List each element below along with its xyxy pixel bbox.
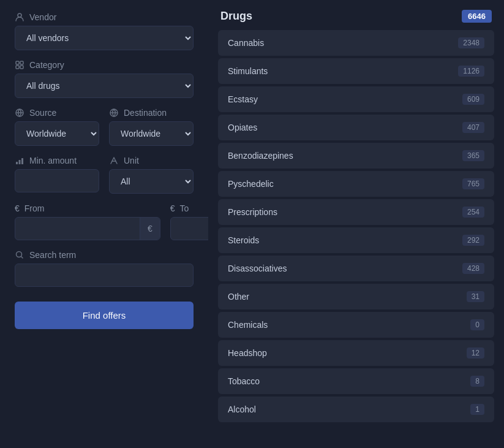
- svg-rect-9: [21, 158, 23, 164]
- category-select[interactable]: All drugs: [15, 74, 194, 98]
- list-item[interactable]: Prescriptions254: [218, 199, 494, 225]
- category-name: Stimulants: [228, 66, 268, 76]
- category-name: Alcohol: [228, 404, 256, 414]
- destination-label: Destination: [109, 108, 194, 118]
- search-label: Search term: [15, 250, 194, 260]
- category-list: Cannabis2348Stimulants1126Ecstasy609Opia…: [218, 30, 494, 422]
- list-item[interactable]: Benzodiazepines365: [218, 143, 494, 169]
- list-item[interactable]: Tobacco8: [218, 368, 494, 394]
- source-label: Source: [15, 108, 99, 118]
- total-badge: 6646: [462, 10, 492, 23]
- svg-rect-4: [20, 66, 23, 69]
- vendor-field-group: Vendor All vendors: [15, 12, 194, 50]
- list-item[interactable]: Pyschedelic765: [218, 171, 494, 197]
- category-label: Category: [15, 60, 194, 70]
- from-input-wrapper: 250 €: [15, 217, 160, 240]
- count-badge: 1: [470, 404, 484, 415]
- count-badge: 0: [470, 319, 484, 330]
- vendor-icon: [15, 12, 24, 22]
- from-currency: €: [140, 218, 160, 240]
- count-badge: 765: [462, 178, 484, 189]
- category-name: Pyschedelic: [228, 179, 274, 189]
- vendor-label: Vendor: [15, 12, 194, 22]
- count-badge: 31: [467, 291, 484, 302]
- category-name: Other: [228, 292, 249, 302]
- unit-label: Unit: [109, 156, 194, 165]
- count-badge: 12: [467, 347, 484, 359]
- category-name: Benzodiazepines: [228, 151, 293, 161]
- count-badge: 254: [462, 207, 484, 218]
- minamount-label: Min. amount: [15, 156, 99, 165]
- list-item[interactable]: Stimulants1126: [218, 58, 494, 84]
- from-input[interactable]: 250: [15, 218, 140, 240]
- category-name: Steroids: [228, 235, 259, 245]
- category-name: Tobacco: [228, 376, 260, 386]
- count-badge: 292: [462, 235, 484, 246]
- list-item[interactable]: Chemicals0: [218, 312, 494, 338]
- from-group: € From 250 €: [15, 203, 160, 240]
- count-badge: 428: [462, 263, 484, 274]
- search-icon: [15, 250, 24, 260]
- list-item[interactable]: Opiates407: [218, 115, 494, 140]
- search-input[interactable]: XTC: [15, 264, 194, 287]
- source-select[interactable]: Worldwide: [15, 121, 99, 146]
- svg-rect-3: [16, 66, 19, 69]
- minamount-field-group: Min. amount 10: [15, 156, 99, 194]
- vendor-select[interactable]: All vendors: [15, 26, 194, 50]
- source-destination-row: Source Worldwide Destination Worldwide: [15, 108, 194, 146]
- category-name: Chemicals: [228, 320, 268, 330]
- list-item[interactable]: Other31: [218, 284, 494, 309]
- unit-icon: [109, 156, 119, 165]
- search-field-group: Search term XTC: [15, 250, 194, 287]
- from-to-row: € From 250 € € To 750 €: [15, 203, 194, 240]
- svg-rect-1: [16, 61, 19, 64]
- category-header: Drugs 6646: [218, 10, 494, 23]
- list-item[interactable]: Cannabis2348: [218, 30, 494, 56]
- minamount-input[interactable]: 10: [15, 169, 99, 192]
- svg-rect-2: [20, 61, 23, 64]
- left-panel: Vendor All vendors Category All drugs: [0, 0, 208, 448]
- destination-select[interactable]: Worldwide: [109, 121, 194, 146]
- list-item[interactable]: Ecstasy609: [218, 86, 494, 112]
- count-badge: 2348: [458, 37, 484, 48]
- svg-rect-7: [16, 162, 18, 164]
- category-name: Prescriptions: [228, 207, 277, 217]
- count-badge: 609: [462, 94, 484, 105]
- unit-field-group: Unit All: [109, 156, 194, 194]
- minamount-icon: [15, 156, 24, 165]
- category-name: Disassociatives: [228, 264, 287, 273]
- find-offers-button[interactable]: Find offers: [15, 302, 194, 329]
- source-icon: [15, 108, 24, 118]
- right-panel: Drugs 6646 Cannabis2348Stimulants1126Ecs…: [208, 0, 504, 448]
- destination-field-group: Destination Worldwide: [109, 108, 194, 146]
- svg-rect-8: [19, 160, 21, 164]
- list-item[interactable]: Headshop12: [218, 340, 494, 366]
- category-name: Cannabis: [228, 38, 264, 48]
- source-field-group: Source Worldwide: [15, 108, 99, 146]
- count-badge: 365: [462, 150, 484, 161]
- from-label: € From: [15, 203, 160, 213]
- category-title: Drugs: [220, 10, 252, 23]
- category-name: Opiates: [228, 123, 257, 132]
- list-item[interactable]: Disassociatives428: [218, 256, 494, 281]
- list-item[interactable]: Steroids292: [218, 227, 494, 253]
- count-badge: 407: [462, 122, 484, 133]
- count-badge: 1126: [458, 66, 484, 77]
- category-field-group: Category All drugs: [15, 60, 194, 98]
- minamount-unit-row: Min. amount 10 Unit All: [15, 156, 194, 194]
- count-badge: 8: [470, 376, 484, 387]
- list-item[interactable]: Alcohol1: [218, 397, 494, 422]
- category-name: Ecstasy: [228, 94, 258, 104]
- svg-point-0: [18, 13, 21, 17]
- category-icon: [15, 60, 24, 70]
- unit-select[interactable]: All: [109, 169, 194, 194]
- category-name: Headshop: [228, 348, 267, 358]
- destination-icon: [109, 108, 119, 118]
